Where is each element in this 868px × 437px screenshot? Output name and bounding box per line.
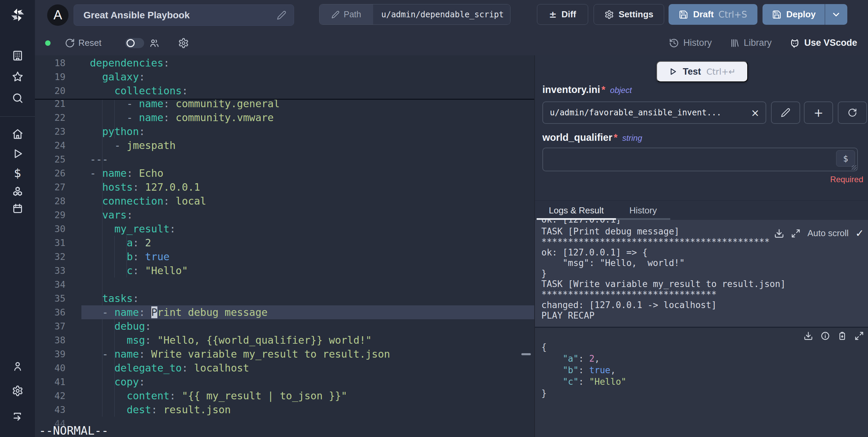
line-number: 22 [35,111,65,125]
result-viewer[interactable]: { "a": 2, "b": true, "c": "Hello"} [535,328,868,437]
cubes-icon[interactable] [11,186,24,198]
editor-line[interactable]: 25--- [35,152,534,166]
gear-icon[interactable] [11,384,24,397]
plus-icon: + [814,106,824,119]
test-button[interactable]: Test Ctrl+↵ [656,61,748,82]
edit-pencil-icon[interactable] [277,11,286,20]
save-icon [679,10,688,19]
editor-line[interactable]: 30 my_result: [35,222,534,236]
log-output[interactable]: ok: [127.0.0.1]TASK [Print debug message… [535,220,868,327]
path-label-section: Path [320,4,373,24]
editor-line[interactable]: 19 galaxy: [35,70,534,84]
clipboard-copy-icon[interactable] [837,331,847,341]
library-button[interactable]: Library [729,38,772,48]
app-root: $ A Great Ansible Playbook Path [0,0,868,437]
field-type: string [622,133,642,143]
topbar: A Great Ansible Playbook Path u/admin/de… [35,0,868,31]
dollar-icon[interactable]: $ [11,167,24,179]
reset-button[interactable]: Reset [65,31,101,55]
info-icon[interactable] [821,331,830,341]
autoscroll-check-icon[interactable]: ✓ [855,227,864,239]
windmill-logo[interactable] [9,7,26,23]
calendar-icon[interactable] [11,202,24,215]
line-number: 18 [35,56,65,70]
clear-icon[interactable]: × [751,107,759,119]
result-line: "a": 2, [541,353,868,364]
editor-line[interactable]: 24 - jmespath [35,138,534,152]
building-icon[interactable] [11,49,24,62]
diff-button[interactable]: ± Diff [537,4,588,25]
add-resource-button[interactable]: + [804,101,833,124]
diff-mode-toggle[interactable] [125,38,144,48]
log-line: } [541,268,868,279]
editor-line[interactable]: 38 msg: "Hello, {{world_qualifier}} worl… [35,333,534,347]
expand-icon[interactable] [854,331,864,341]
editor-line[interactable]: 35 tasks: [35,291,534,305]
expand-icon[interactable] [791,229,801,238]
editor-line[interactable]: 44 [35,417,534,431]
script-title-input[interactable]: Great Ansible Playbook [74,4,294,26]
result-line: "c": "Hello" [541,376,868,387]
search-icon[interactable] [11,92,24,104]
editor-line[interactable]: 18dependencies: [35,56,534,70]
editor-line[interactable]: 33 c: "Hello" [35,264,534,278]
editor-line[interactable]: 40 delegate_to: localhost [35,361,534,375]
editor-line[interactable]: 32 b: true [35,250,534,264]
download-icon[interactable] [774,228,784,239]
line-number: 25 [35,152,65,166]
reset-icon [65,38,75,48]
editor-settings-button[interactable] [178,31,189,55]
panel-splitter-handle[interactable] [521,353,531,355]
editor-line[interactable]: 22 - name: community.vmware [35,111,534,125]
collaborators-button[interactable] [149,31,160,55]
editor-line[interactable]: 23 python: [35,125,534,138]
history-button[interactable]: History [669,38,712,48]
line-number: 39 [35,347,65,361]
editor-line[interactable]: 43 dest: result.json [35,403,534,417]
editor-line[interactable]: 39 - name: Write variable my_result to r… [35,347,534,361]
editor-line[interactable]: 36 - name: Print debug message [35,305,534,319]
editor-line[interactable]: 41 copy: [35,375,534,389]
path-chip[interactable]: Path u/admin/dependable_script [319,4,510,25]
line-number: 40 [35,361,65,375]
home-icon[interactable] [11,128,24,140]
inventory-resource-input[interactable]: u/admin/favorable_ansible_invent... × [542,101,766,124]
test-shortcut: Ctrl+↵ [707,67,736,77]
editor-line[interactable]: 29 vars: [35,208,534,222]
download-icon[interactable] [804,331,813,341]
insert-variable-button[interactable]: $ [836,150,855,167]
editor-line[interactable]: 26- name: Echo [35,166,534,180]
logout-icon[interactable] [11,410,24,423]
result-line: { [541,341,868,353]
editor-line[interactable]: 42 content: "{{ my_result | to_json }}" [35,389,534,403]
path-value[interactable]: u/admin/dependable_script [373,4,510,24]
draft-button[interactable]: Draft Ctrl+S [669,4,757,25]
editor-line[interactable]: 31 a: 2 [35,236,534,250]
use-vscode-button[interactable]: Use VScode [789,38,857,49]
editor-line[interactable]: 37 debug: [35,319,534,333]
line-number: 33 [35,264,65,278]
log-line: ok: [127.0.0.1] [541,220,868,225]
tab-history[interactable]: History [616,201,670,220]
gear-icon [178,38,189,49]
sticky-scroll: 18dependencies:19 galaxy:20 collections: [35,55,534,100]
save-icon [772,10,782,19]
code-editor[interactable]: 21 - name: community.general22 - name: c… [35,55,534,437]
star-icon[interactable] [11,70,24,83]
play-icon[interactable] [11,147,24,160]
deploy-dropdown-button[interactable] [825,4,847,25]
editor-line[interactable]: 28 connection: local [35,194,534,208]
refresh-resource-button[interactable] [838,101,867,124]
log-line: changed: [127.0.0.1 -> localhost] [541,300,868,310]
world-qualifier-input[interactable]: $ [542,148,858,171]
editor-line[interactable]: 20 collections: [35,84,534,98]
resize-handle[interactable] [852,165,856,170]
editor-line[interactable]: 34 [35,278,534,291]
tab-logs-result[interactable]: Logs & Result [537,201,616,220]
settings-button[interactable]: Settings [594,4,664,25]
deploy-button[interactable]: Deploy [763,4,825,25]
edit-resource-button[interactable] [771,101,800,124]
user-icon[interactable] [11,360,24,373]
refresh-icon [848,108,857,117]
editor-line[interactable]: 27 hosts: 127.0.0.1 [35,180,534,194]
